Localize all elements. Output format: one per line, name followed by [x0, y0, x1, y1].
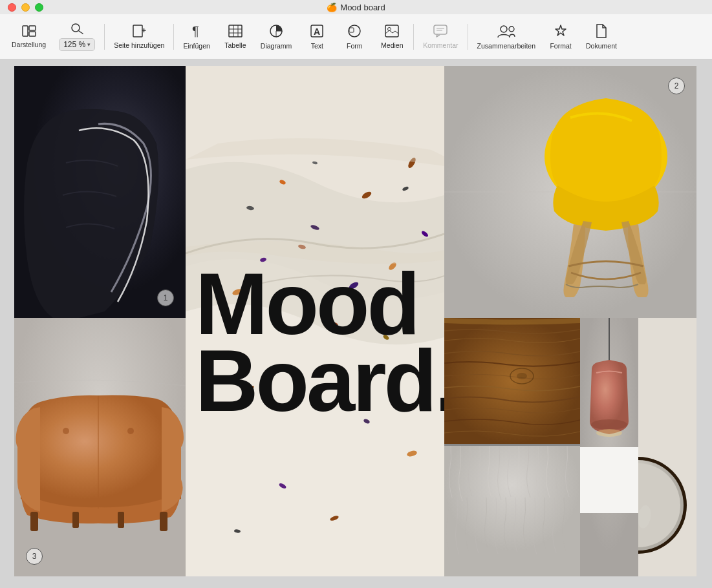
- canvas-area: 1: [0, 59, 712, 588]
- einfuegen-label: Einfügen: [183, 42, 210, 50]
- toolbar-form[interactable]: Form: [336, 20, 373, 54]
- toolbar-medien[interactable]: Medien: [373, 21, 411, 53]
- svg-point-25: [509, 26, 514, 32]
- fur-texture: [444, 446, 580, 576]
- title-bar: 🍊 Mood board: [0, 0, 712, 14]
- svg-point-68: [596, 429, 622, 437]
- darstellung-icon: [22, 25, 36, 39]
- toolbar-separator-2: [173, 24, 174, 50]
- toolbar-einfuegen[interactable]: ¶ Einfügen: [177, 20, 216, 54]
- chevron-down-icon: ▾: [87, 41, 91, 48]
- page-badge-1: 1: [157, 289, 174, 306]
- page-badge-2: 2: [668, 78, 685, 94]
- window-title: 🍊 Mood board: [327, 3, 385, 12]
- svg-point-24: [501, 26, 507, 32]
- title-text: Mood board: [340, 3, 385, 12]
- svg-text:A: A: [314, 26, 320, 37]
- seite-label: Seite hinzufügen: [114, 41, 164, 49]
- chair-illustration: [14, 66, 186, 318]
- form-icon: [347, 24, 361, 40]
- zoom-icon: [70, 23, 83, 36]
- toolbar-diagramm[interactable]: Diagramm: [254, 20, 298, 54]
- kommentar-icon: [433, 25, 448, 39]
- legend-item-2: 2 — Pop Color: [580, 469, 632, 479]
- svg-rect-9: [229, 25, 242, 37]
- toolbar-dokument[interactable]: Dokument: [579, 20, 623, 54]
- slide: 1: [14, 66, 696, 576]
- zusammenarbeiten-icon: [497, 24, 515, 40]
- panel-lamp-legend: 1 — Terrazzo Floors 2 — Pop Color 3 — Wa…: [580, 318, 638, 576]
- diagramm-icon: [269, 24, 283, 40]
- text-icon: A: [310, 24, 324, 40]
- medien-icon: [385, 25, 399, 39]
- panel-chair: 1: [14, 66, 186, 318]
- svg-rect-0: [23, 26, 28, 36]
- toolbar-zusammenarbeiten[interactable]: Zusammenarbeiten: [471, 20, 542, 54]
- toolbar-seite[interactable]: Seite hinzufügen: [107, 21, 171, 53]
- add-page-icon: [132, 25, 146, 39]
- form-label: Form: [347, 42, 363, 50]
- svg-rect-59: [72, 512, 79, 528]
- toolbar-kommentar[interactable]: Kommentar: [416, 21, 464, 53]
- legend-item-1: 1 — Terrazzo Floors: [580, 457, 632, 467]
- dokument-label: Dokument: [586, 42, 617, 50]
- panel-wood-fur: [444, 318, 580, 576]
- svg-point-67: [591, 419, 627, 430]
- title-emoji: 🍊: [327, 3, 337, 12]
- legend-item-3: 3 — Warm Tones: [580, 481, 632, 491]
- kommentar-label: Kommentar: [423, 41, 458, 49]
- svg-text:¶: ¶: [192, 24, 199, 38]
- toolbar-separator-4: [468, 24, 468, 50]
- close-button[interactable]: [8, 3, 16, 12]
- svg-rect-19: [385, 25, 398, 37]
- text-label: Text: [311, 42, 323, 50]
- toolbar-darstellung[interactable]: Darstellung: [5, 21, 52, 52]
- dokument-icon: [596, 24, 607, 40]
- tabelle-icon: [228, 25, 243, 39]
- toolbar-format[interactable]: Format: [542, 20, 579, 54]
- svg-rect-18: [349, 28, 354, 32]
- maximize-button[interactable]: [35, 3, 43, 12]
- wood-texture: [444, 318, 580, 444]
- svg-rect-2: [29, 32, 36, 36]
- minimize-button[interactable]: [21, 3, 30, 12]
- panel-terrazzo: Mood Board.: [186, 66, 444, 576]
- panel-yellow-chair: 2: [444, 66, 696, 318]
- zoom-value: 125 %: [63, 40, 85, 49]
- svg-point-17: [349, 25, 360, 37]
- darstellung-label: Darstellung: [12, 41, 46, 48]
- tabelle-label: Tabelle: [224, 41, 246, 49]
- diagramm-label: Diagramm: [261, 42, 292, 50]
- page-badge-3: 3: [26, 548, 43, 565]
- medien-label: Medien: [381, 41, 403, 49]
- toolbar-zoomen[interactable]: 125 % ▾: [52, 19, 102, 55]
- toolbar-text[interactable]: A Text: [298, 20, 336, 54]
- terrazzo-illustration: [186, 66, 444, 576]
- svg-rect-64: [444, 446, 580, 576]
- svg-point-55: [63, 428, 69, 434]
- svg-rect-57: [30, 512, 38, 531]
- einfuegen-icon: ¶: [191, 24, 202, 40]
- panel-sofa: 3: [14, 318, 186, 576]
- legend-item-4: 4 — Lighting & Decor: [580, 494, 632, 503]
- toolbar-separator-1: [104, 24, 105, 50]
- svg-rect-60: [118, 512, 124, 528]
- svg-rect-1: [29, 26, 36, 30]
- yellow-chair-illustration: [444, 66, 696, 318]
- format-icon: [554, 24, 568, 40]
- zoom-display[interactable]: 125 % ▾: [59, 38, 95, 51]
- svg-line-4: [79, 31, 83, 34]
- format-label: Format: [550, 42, 571, 50]
- zusammenarbeiten-label: Zusammenarbeiten: [477, 42, 535, 50]
- svg-rect-58: [160, 512, 167, 531]
- svg-point-63: [517, 373, 527, 379]
- svg-point-56: [127, 428, 134, 434]
- svg-rect-21: [434, 25, 447, 34]
- sofa-illustration: [14, 318, 186, 576]
- toolbar-separator-3: [413, 24, 414, 50]
- window-controls[interactable]: [8, 3, 43, 12]
- toolbar: Darstellung 125 % ▾ Seite hinzufügen: [0, 14, 712, 59]
- legend: 1 — Terrazzo Floors 2 — Pop Color 3 — Wa…: [580, 447, 638, 513]
- svg-rect-5: [133, 25, 142, 37]
- toolbar-tabelle[interactable]: Tabelle: [217, 21, 254, 53]
